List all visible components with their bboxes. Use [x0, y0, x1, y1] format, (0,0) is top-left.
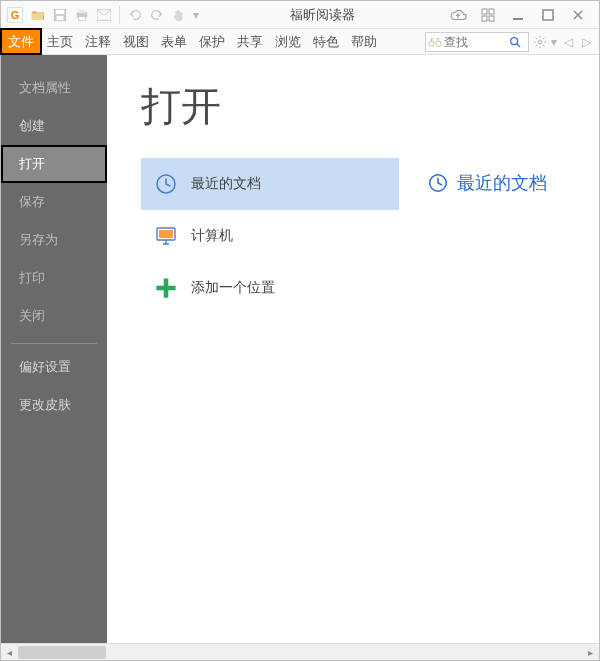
- sidebar-item-create[interactable]: 创建: [1, 107, 107, 145]
- svg-rect-11: [513, 18, 523, 20]
- svg-line-21: [536, 37, 537, 38]
- recent-docs-title: 最近的文档: [457, 171, 547, 195]
- computer-icon: [153, 223, 179, 249]
- scroll-left-icon[interactable]: ◂: [1, 644, 18, 661]
- email-icon[interactable]: [94, 5, 114, 25]
- svg-rect-7: [482, 9, 487, 14]
- option-add-place[interactable]: 添加一个位置: [141, 262, 399, 314]
- window-title: 福昕阅读器: [202, 6, 443, 24]
- option-label: 计算机: [191, 227, 233, 245]
- settings-dropdown-icon[interactable]: ▾: [549, 32, 559, 52]
- app-logo-icon: G: [7, 7, 23, 23]
- option-computer[interactable]: 计算机: [141, 210, 399, 262]
- open-folder-icon[interactable]: [28, 5, 48, 25]
- option-label: 最近的文档: [191, 175, 261, 193]
- recent-docs-header: 最近的文档: [427, 171, 547, 195]
- option-label: 添加一个位置: [191, 279, 275, 297]
- page-title: 打开: [141, 79, 401, 134]
- svg-line-24: [543, 37, 544, 38]
- clock-icon: [153, 171, 179, 197]
- dropdown-icon[interactable]: ▾: [191, 5, 201, 25]
- search-input[interactable]: [444, 35, 506, 49]
- minimize-icon[interactable]: [506, 5, 530, 25]
- menu-browse[interactable]: 浏览: [269, 29, 307, 54]
- save-icon[interactable]: [50, 5, 70, 25]
- main-panel: 打开 最近的文档 计算机 添加一个: [107, 55, 599, 643]
- nav-prev-icon[interactable]: ◁: [559, 32, 577, 52]
- option-recent-docs[interactable]: 最近的文档: [141, 158, 399, 210]
- sidebar-item-open[interactable]: 打开: [1, 145, 107, 183]
- sidebar-item-saveas[interactable]: 另存为: [1, 221, 107, 259]
- svg-rect-2: [57, 15, 64, 19]
- menu-protect[interactable]: 保护: [193, 29, 231, 54]
- file-sidebar: 文档属性 创建 打开 保存 另存为 打印 关闭 偏好设置 更改皮肤: [1, 55, 107, 643]
- svg-line-22: [543, 45, 544, 46]
- search-box[interactable]: [425, 32, 529, 52]
- clock-icon: [427, 172, 449, 194]
- horizontal-scrollbar[interactable]: ◂ ▸: [1, 643, 599, 660]
- menu-file[interactable]: 文件: [1, 29, 41, 54]
- sidebar-item-close[interactable]: 关闭: [1, 297, 107, 335]
- menu-form[interactable]: 表单: [155, 29, 193, 54]
- menu-view[interactable]: 视图: [117, 29, 155, 54]
- svg-rect-1: [56, 9, 65, 13]
- svg-point-15: [511, 38, 518, 45]
- menu-special[interactable]: 特色: [307, 29, 345, 54]
- menu-share[interactable]: 共享: [231, 29, 269, 54]
- svg-rect-27: [159, 230, 173, 238]
- print-icon[interactable]: [72, 5, 92, 25]
- title-bar: G ▾ 福昕阅读器: [1, 1, 599, 29]
- sidebar-item-print[interactable]: 打印: [1, 259, 107, 297]
- sidebar-item-properties[interactable]: 文档属性: [1, 69, 107, 107]
- redo-icon[interactable]: [147, 5, 167, 25]
- apps-grid-icon[interactable]: [476, 5, 500, 25]
- scroll-track[interactable]: [18, 644, 582, 661]
- search-submit-icon[interactable]: [506, 36, 524, 48]
- svg-point-16: [538, 40, 542, 44]
- menu-comment[interactable]: 注释: [79, 29, 117, 54]
- menu-bar: 文件 主页 注释 视图 表单 保护 共享 浏览 特色 帮助 ▾ ◁ ▷: [1, 29, 599, 55]
- close-icon[interactable]: [566, 5, 590, 25]
- nav-next-icon[interactable]: ▷: [577, 32, 595, 52]
- sidebar-item-preferences[interactable]: 偏好设置: [1, 348, 107, 386]
- svg-point-13: [429, 41, 434, 46]
- sidebar-item-skin[interactable]: 更改皮肤: [1, 386, 107, 424]
- svg-rect-5: [79, 16, 86, 20]
- svg-line-23: [536, 45, 537, 46]
- menu-home[interactable]: 主页: [41, 29, 79, 54]
- settings-gear-icon[interactable]: [531, 32, 549, 52]
- hand-tool-icon[interactable]: [169, 5, 189, 25]
- separator: [119, 6, 120, 24]
- svg-rect-12: [543, 10, 553, 20]
- sidebar-item-save[interactable]: 保存: [1, 183, 107, 221]
- app-window: G ▾ 福昕阅读器: [0, 0, 600, 661]
- body: 文档属性 创建 打开 保存 另存为 打印 关闭 偏好设置 更改皮肤 打开 最近的…: [1, 55, 599, 643]
- svg-rect-10: [489, 16, 494, 21]
- maximize-icon[interactable]: [536, 5, 560, 25]
- svg-point-14: [436, 41, 441, 46]
- svg-rect-4: [79, 9, 86, 13]
- scroll-thumb[interactable]: [18, 646, 106, 659]
- binoculars-icon: [426, 36, 444, 48]
- plus-icon: [153, 275, 179, 301]
- menu-help[interactable]: 帮助: [345, 29, 383, 54]
- sidebar-separator: [11, 343, 97, 344]
- undo-icon[interactable]: [125, 5, 145, 25]
- svg-rect-9: [482, 16, 487, 21]
- svg-rect-8: [489, 9, 494, 14]
- scroll-right-icon[interactable]: ▸: [582, 644, 599, 661]
- cloud-upload-icon[interactable]: [446, 5, 470, 25]
